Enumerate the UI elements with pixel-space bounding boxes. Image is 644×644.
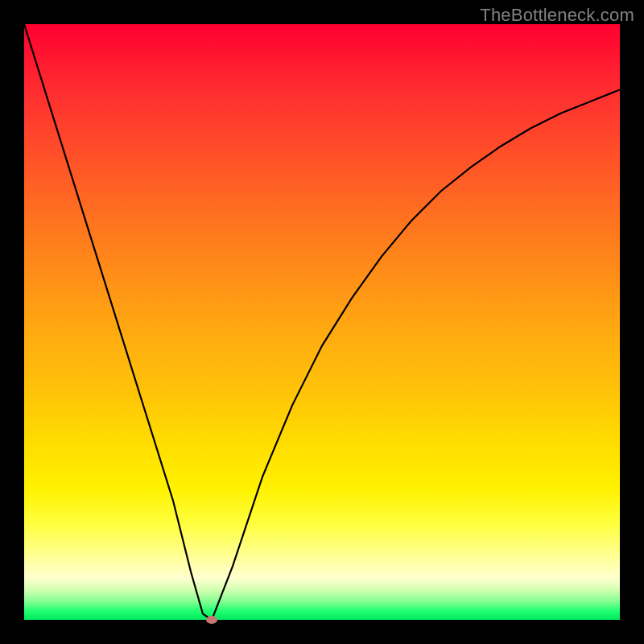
curve-layer bbox=[24, 24, 620, 620]
plot-area bbox=[24, 24, 620, 620]
bottleneck-curve bbox=[24, 24, 620, 620]
watermark-text: TheBottleneck.com bbox=[480, 5, 634, 26]
minimum-marker bbox=[206, 616, 217, 624]
